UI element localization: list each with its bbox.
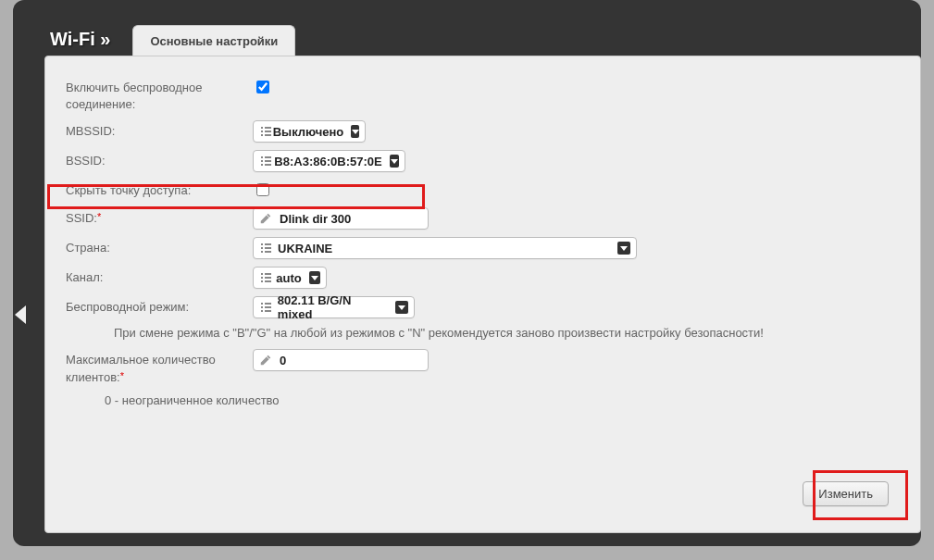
bssid-value: B8:A3:86:0B:57:0E xyxy=(274,155,381,168)
label-enable-wireless: Включить беспроводное соединение: xyxy=(66,77,253,113)
header: Wi-Fi » Основные настройки xyxy=(50,24,295,56)
label-country: Страна: xyxy=(66,237,253,256)
max-clients-note: 0 - неограниченное количество xyxy=(105,393,900,407)
ssid-input-wrapper[interactable] xyxy=(253,207,429,230)
tab-basic-settings[interactable]: Основные настройки xyxy=(132,25,295,56)
mode-value: 802.11 B/G/N mixed xyxy=(278,293,388,321)
label-mode: Беспроводной режим: xyxy=(66,296,253,316)
channel-value: auto xyxy=(276,271,301,285)
list-icon xyxy=(259,272,270,283)
list-icon xyxy=(259,156,268,167)
collapse-arrow-icon[interactable] xyxy=(15,305,26,324)
chevron-down-icon xyxy=(309,271,320,284)
bssid-select[interactable]: B8:A3:86:0B:57:0E xyxy=(253,150,405,172)
mbssid-value: Выключено xyxy=(273,125,344,139)
row-mbssid: MBSSID: Выключено xyxy=(66,120,900,143)
max-clients-input[interactable] xyxy=(278,353,389,368)
settings-panel: Включить беспроводное соединение: MBSSID… xyxy=(44,56,921,533)
country-value: UKRAINE xyxy=(278,242,610,255)
enable-wireless-checkbox[interactable] xyxy=(256,81,269,93)
chevron-down-icon xyxy=(395,301,408,314)
row-channel: Канал: auto xyxy=(66,267,900,289)
ssid-input[interactable] xyxy=(278,211,389,227)
row-enable-wireless: Включить беспроводное соединение: xyxy=(66,77,900,113)
chevron-down-icon xyxy=(390,155,399,168)
label-hide-ap: Скрыть точку доступа: xyxy=(66,180,253,199)
row-country: Страна: UKRAINE xyxy=(66,237,900,259)
row-ssid: SSID:* xyxy=(66,207,900,230)
row-hide-ap: Скрыть точку доступа: xyxy=(66,180,900,200)
hide-ap-checkbox[interactable] xyxy=(256,183,269,196)
row-mode: Беспроводной режим: 802.11 B/G/N mixed xyxy=(66,296,900,318)
label-mbssid: MBSSID: xyxy=(66,120,253,140)
pencil-icon xyxy=(259,212,272,225)
row-max-clients: Максимальное количество клиентов:* xyxy=(66,349,900,385)
chevron-down-icon xyxy=(617,242,630,255)
mbssid-select[interactable]: Выключено xyxy=(253,120,366,143)
max-clients-input-wrapper[interactable] xyxy=(253,349,429,371)
row-bssid: BSSID: B8:A3:86:0B:57:0E xyxy=(66,150,900,172)
pencil-icon xyxy=(259,354,272,367)
mode-select[interactable]: 802.11 B/G/N mixed xyxy=(253,296,415,318)
label-channel: Канал: xyxy=(66,267,253,286)
list-icon xyxy=(259,243,272,254)
label-max-clients: Максимальное количество клиентов:* xyxy=(66,349,253,385)
mode-change-note: При смене режима с "B"/"G" на любой из р… xyxy=(114,326,900,340)
list-icon xyxy=(259,302,272,313)
apply-button[interactable]: Изменить xyxy=(803,481,889,506)
channel-select[interactable]: auto xyxy=(253,267,327,289)
chevron-down-icon xyxy=(351,125,359,138)
country-select[interactable]: UKRAINE xyxy=(253,237,637,259)
label-ssid: SSID:* xyxy=(66,207,253,227)
page-title: Wi-Fi » xyxy=(50,29,110,56)
label-bssid: BSSID: xyxy=(66,150,253,169)
list-icon xyxy=(259,126,268,137)
app-frame: Wi-Fi » Основные настройки Включить бесп… xyxy=(13,0,921,546)
